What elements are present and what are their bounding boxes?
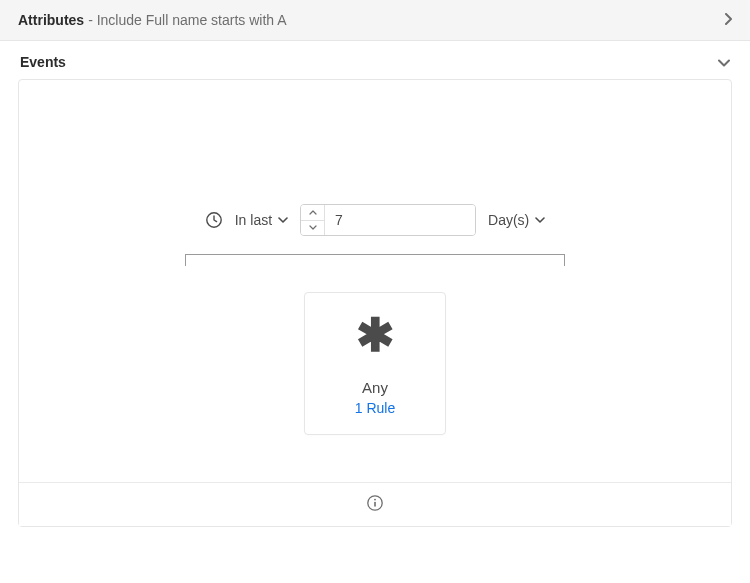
chevron-down-icon <box>278 217 288 223</box>
events-panel-header[interactable]: Events <box>0 41 750 79</box>
events-footer <box>19 482 731 526</box>
attributes-panel-header[interactable]: Attributes - Include Full name starts wi… <box>0 0 750 41</box>
timeframe-prefix-select[interactable]: In last <box>235 212 288 228</box>
timeframe-value-field <box>300 204 476 236</box>
chevron-down-icon[interactable] <box>718 53 730 71</box>
attributes-title: Attributes <box>18 12 84 28</box>
events-body: In last Day(s) <box>18 79 732 527</box>
attributes-title-line: Attributes - Include Full name starts wi… <box>18 12 287 28</box>
step-down-button[interactable] <box>301 221 324 236</box>
timeframe-value-input[interactable] <box>325 205 475 235</box>
events-title: Events <box>20 54 66 70</box>
timeframe-prefix-label: In last <box>235 212 272 228</box>
chevron-down-icon <box>535 217 545 223</box>
event-card-rules-link[interactable]: 1 Rule <box>315 400 435 416</box>
clock-icon <box>205 211 223 229</box>
step-up-button[interactable] <box>301 205 324 221</box>
asterisk-icon: ✱ <box>315 313 435 359</box>
events-panel: Events In last <box>0 41 750 527</box>
svg-point-2 <box>374 498 376 500</box>
chevron-right-icon[interactable] <box>724 12 732 28</box>
info-icon[interactable] <box>366 494 384 516</box>
quantity-stepper <box>301 205 325 235</box>
timeframe-unit-select[interactable]: Day(s) <box>488 212 545 228</box>
svg-rect-3 <box>374 501 376 506</box>
timeframe-unit-label: Day(s) <box>488 212 529 228</box>
event-card-label: Any <box>315 379 435 396</box>
event-card[interactable]: ✱ Any 1 Rule <box>304 292 446 435</box>
timeframe-row: In last Day(s) <box>205 204 546 236</box>
attributes-subtitle: - Include Full name starts with A <box>88 12 286 28</box>
timeframe-bracket <box>185 254 565 266</box>
